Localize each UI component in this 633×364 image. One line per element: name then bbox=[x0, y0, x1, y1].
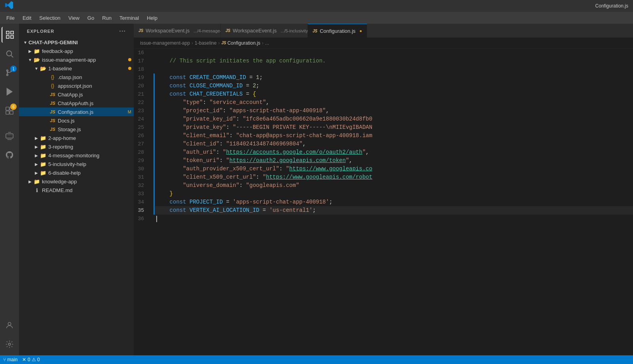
sidebar-item-chatappauth-js[interactable]: JS ChatAppAuth.js bbox=[19, 99, 134, 108]
breadcrumb-configuration-js[interactable]: Configuration.js bbox=[227, 40, 260, 46]
sidebar-item-3-reporting[interactable]: ▶ 📁 3-reporting bbox=[19, 142, 134, 151]
ln-25: 25 bbox=[134, 123, 147, 132]
sidebar-header: EXPLORER ··· bbox=[19, 24, 134, 38]
readme-md-arrow bbox=[27, 187, 33, 193]
menu-view[interactable]: View bbox=[65, 13, 83, 23]
menu-bar: File Edit Selection View Go Run Terminal… bbox=[0, 12, 633, 24]
tab-configuration-js[interactable]: JS Configuration.js ● bbox=[308, 24, 367, 38]
status-bar: ⑂ main ✕ 0 ⚠ 0 bbox=[0, 355, 633, 364]
sidebar-item-2-app-home[interactable]: ▶ 📁 2-app-home bbox=[19, 134, 134, 142]
menu-selection[interactable]: Selection bbox=[36, 13, 63, 23]
issue-management-arrow: ▼ bbox=[27, 57, 33, 63]
source-control-activity-icon[interactable]: 1 bbox=[2, 65, 17, 81]
extensions-badge: 6 bbox=[10, 104, 17, 110]
ln-30: 30 bbox=[134, 165, 147, 173]
tabs-bar: JS WorkspaceEvent.js .../4-message-monit… bbox=[134, 24, 633, 38]
sidebar-item-5-inclusivity-help[interactable]: ▶ 📁 5-inclusivity-help bbox=[19, 160, 134, 168]
ln-29: 29 bbox=[134, 157, 147, 165]
tab-workspace-event-5[interactable]: JS WorkspaceEvent.js .../5-inclusivity-h… bbox=[221, 24, 308, 38]
4-message-monitoring-arrow: ▶ bbox=[33, 152, 40, 158]
menu-run[interactable]: Run bbox=[99, 13, 115, 23]
sidebar-item-root-folder[interactable]: ▼ CHAT-APPS-GEMINI bbox=[19, 38, 134, 47]
remote-activity-icon[interactable] bbox=[2, 128, 17, 144]
accounts-activity-icon[interactable] bbox=[2, 317, 17, 333]
sidebar-item-readme-md[interactable]: ℹ README.md bbox=[19, 186, 134, 194]
sidebar-item-docs-js[interactable]: JS Docs.js bbox=[19, 116, 134, 125]
ln-35: 35 bbox=[134, 206, 147, 215]
ln-32: 32 bbox=[134, 181, 147, 190]
explorer-activity-icon[interactable] bbox=[2, 27, 17, 43]
code-line-34: const PROJECT_ID = 'apps-script-chat-app… bbox=[155, 198, 633, 206]
ln-28: 28 bbox=[134, 148, 147, 157]
code-line-28: "auth_uri": "https://accounts.google.com… bbox=[155, 148, 633, 157]
configuration-js-label: Configuration.js bbox=[58, 109, 128, 115]
menu-edit[interactable]: Edit bbox=[19, 13, 34, 23]
storage-js-icon: JS bbox=[49, 126, 56, 133]
clasp-json-label: .clasp.json bbox=[58, 74, 134, 80]
ln-24: 24 bbox=[134, 115, 147, 123]
tab-workspace-event-4[interactable]: JS WorkspaceEvent.js .../4-message-monit… bbox=[134, 24, 221, 38]
1-baseline-label: 1-baseline bbox=[48, 66, 128, 72]
3-reporting-arrow: ▶ bbox=[33, 143, 40, 150]
sidebar-item-clasp-json[interactable]: {} .clasp.json bbox=[19, 73, 134, 81]
sidebar-item-knowledge-app[interactable]: ▶ 📁 knowledge-app bbox=[19, 177, 134, 186]
appsscript-json-arrow bbox=[43, 83, 49, 89]
code-editor[interactable]: 16 17 18 19 20 21 22 23 24 25 26 27 28 2… bbox=[134, 49, 633, 355]
sidebar-item-feedback-app[interactable]: ▶ 📁 feedback-app bbox=[19, 47, 134, 55]
tab-label-3: Configuration.js bbox=[320, 28, 355, 34]
search-activity-icon[interactable] bbox=[2, 46, 17, 62]
svg-point-13 bbox=[8, 323, 11, 325]
breadcrumb-more[interactable]: ... bbox=[265, 40, 269, 46]
sidebar-more-button[interactable]: ··· bbox=[119, 28, 126, 35]
ln-34: 34 bbox=[134, 198, 147, 206]
chatappauth-js-icon: JS bbox=[49, 100, 56, 107]
github-activity-icon[interactable] bbox=[2, 147, 17, 163]
menu-help[interactable]: Help bbox=[144, 13, 161, 23]
2-app-home-arrow: ▶ bbox=[33, 135, 40, 141]
sidebar-item-4-message-monitoring[interactable]: ▶ 📁 4-message-monitoring bbox=[19, 151, 134, 160]
knowledge-app-folder-icon: 📁 bbox=[33, 178, 40, 185]
1-baseline-badge bbox=[128, 67, 131, 70]
sidebar-item-6-disable-help[interactable]: ▶ 📁 6-disable-help bbox=[19, 168, 134, 177]
5-inclusivity-help-label: 5-inclusivity-help bbox=[48, 161, 134, 167]
code-line-29: "token_uri": "https://oauth2.googleapis.… bbox=[155, 157, 633, 165]
settings-activity-icon[interactable] bbox=[2, 336, 17, 352]
breadcrumb-1-baseline[interactable]: 1-baseline bbox=[195, 40, 216, 46]
status-branch[interactable]: ⑂ main bbox=[3, 357, 17, 362]
svg-point-5 bbox=[7, 74, 8, 76]
5-inclusivity-help-folder-icon: 📁 bbox=[40, 160, 47, 168]
menu-go[interactable]: Go bbox=[84, 13, 97, 23]
ln-27: 27 bbox=[134, 140, 147, 148]
sidebar-item-issue-management-app[interactable]: ▼ 📂 issue-management-app bbox=[19, 55, 134, 64]
tab-label-2: WorkspaceEvent.js bbox=[233, 28, 277, 34]
tab-js-icon-1: JS bbox=[138, 28, 143, 33]
code-line-18 bbox=[155, 65, 633, 74]
knowledge-app-arrow: ▶ bbox=[27, 178, 33, 185]
svg-point-2 bbox=[7, 51, 12, 56]
code-content[interactable]: // This script initiates the app configu… bbox=[155, 49, 633, 223]
1-baseline-folder-icon: 📂 bbox=[40, 65, 47, 72]
extensions-activity-icon[interactable]: 6 bbox=[2, 103, 17, 119]
sidebar-item-1-baseline[interactable]: ▼ 📂 1-baseline bbox=[19, 64, 134, 73]
svg-rect-12 bbox=[6, 134, 13, 138]
issue-management-badge bbox=[128, 58, 131, 61]
sidebar-item-appsscript-json[interactable]: {} appsscript.json bbox=[19, 81, 134, 90]
code-line-19: const CREATE_COMMAND_ID = 1; bbox=[155, 74, 633, 82]
configuration-js-arrow bbox=[43, 109, 49, 115]
sidebar-item-chatapp-js[interactable]: JS ChatApp.js bbox=[19, 90, 134, 99]
tab-label-1: WorkspaceEvent.js bbox=[146, 28, 190, 34]
status-errors[interactable]: ✕ 0 ⚠ 0 bbox=[22, 357, 40, 362]
breadcrumb-issue-management[interactable]: issue-management-app bbox=[140, 40, 190, 46]
run-activity-icon[interactable] bbox=[2, 84, 17, 100]
breadcrumb-js-icon: JS bbox=[221, 41, 226, 45]
code-lines: 16 17 18 19 20 21 22 23 24 25 26 27 28 2… bbox=[134, 49, 633, 223]
source-control-badge: 1 bbox=[10, 66, 17, 72]
menu-file[interactable]: File bbox=[3, 13, 18, 23]
sidebar-item-configuration-js[interactable]: JS Configuration.js M bbox=[19, 108, 134, 116]
svg-point-14 bbox=[8, 343, 11, 345]
code-line-22: "type": "service_account", bbox=[155, 98, 633, 107]
ln-26: 26 bbox=[134, 132, 147, 140]
code-line-35: const VERTEX_AI_LOCATION_ID = 'us-centra… bbox=[155, 206, 633, 215]
menu-terminal[interactable]: Terminal bbox=[116, 13, 142, 23]
sidebar-item-storage-js[interactable]: JS Storage.js bbox=[19, 125, 134, 134]
